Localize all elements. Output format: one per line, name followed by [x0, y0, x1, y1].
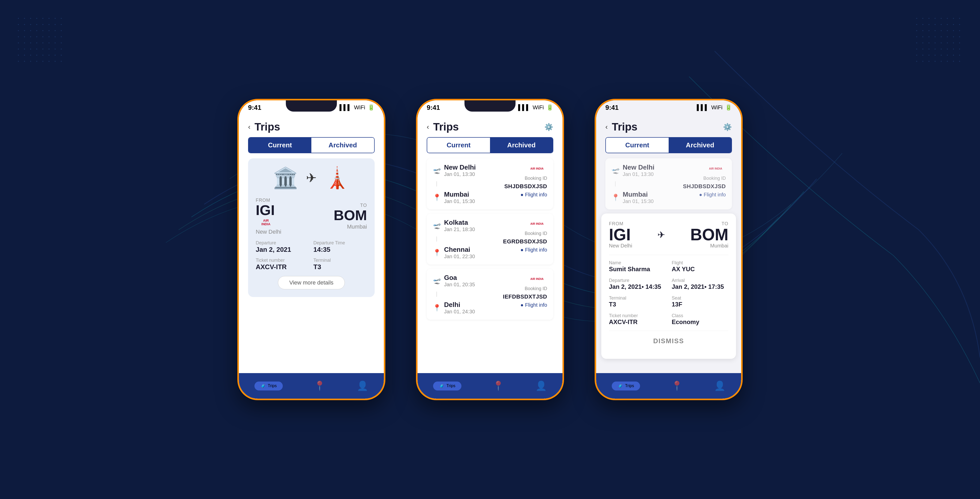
city-new-delhi-1: New Delhi — [444, 163, 476, 171]
phone-2-tabs: Current Archived — [427, 137, 553, 153]
p3-item-1-right: AIR INDIA Booking ID SHJDBSDXJSD ● Fligh… — [675, 163, 726, 204]
phone-3-back[interactable]: ‹ — [605, 123, 608, 131]
trip-list-item-2[interactable]: 🛫 Kolkata Jan 21, 18:30 📍 Chennai Ja — [427, 214, 553, 265]
flight-info-link-1[interactable]: ● Flight info — [520, 192, 547, 198]
p3-city-mumbai: Mumbai — [623, 191, 654, 198]
phone-3-content: ‹ Trips ⚙️ Current Archived 🛫 New — [596, 115, 741, 373]
signal-icon-3: ▌▌▌ — [697, 104, 709, 111]
phone-3-tab-archived[interactable]: Archived — [669, 138, 732, 153]
phone-1-trip-card: 🏛️ ✈ 🗼 FROM IGI AIR INDIA — [248, 158, 375, 297]
ticket-item: Ticket number AXCV-ITR — [256, 258, 309, 271]
phone-1-back-button[interactable]: ‹ — [248, 123, 250, 131]
phone-1-tab-current[interactable]: Current — [248, 138, 311, 153]
phone-1-title: Trips — [255, 121, 375, 133]
battery-icon-3: 🔋 — [725, 104, 732, 111]
class-label: Class — [672, 313, 729, 319]
list-divider-1 — [436, 181, 437, 187]
p3-city-delhi: New Delhi — [623, 163, 654, 171]
ticket-value-exp: AXCV-ITR — [609, 319, 666, 325]
india-gate-icon: 🏛️ — [273, 166, 298, 190]
p3-plane-icon: 🛫 — [611, 166, 620, 174]
phone-3-trip-item-1[interactable]: 🛫 New Delhi Jan 01, 13:30 📍 Mumbai J — [605, 158, 732, 209]
booking-label-1: Booking ID — [525, 176, 547, 181]
trip-from: FROM IGI AIR INDIA New Delhi — [256, 198, 281, 235]
terminal-item: Terminal T3 — [313, 258, 367, 271]
phone-3-screen: 9:41 ▌▌▌ WiFi 🔋 ‹ Trips ⚙️ Current Archi… — [596, 100, 741, 399]
p3-from: New Delhi Jan 01, 13:30 — [623, 163, 654, 177]
phone-2-status-icons: ▌▌▌ WiFi 🔋 — [518, 104, 553, 111]
phone-3-filter-icon[interactable]: ⚙️ — [723, 123, 732, 131]
flight-info-link-2[interactable]: ● Flight info — [520, 247, 547, 253]
nav-trips-active-3[interactable]: 🧳 Trips — [612, 381, 640, 391]
expanded-to-city: Mumbai — [690, 243, 729, 249]
nav-profile-2[interactable]: 👤 — [535, 381, 547, 391]
phone-2-back[interactable]: ‹ — [427, 123, 429, 131]
departure-time-label: Departure Time — [313, 240, 367, 246]
trip-item-1-from: New Delhi Jan 01, 13:30 — [444, 163, 476, 177]
phone-1-header: ‹ Trips — [239, 115, 384, 137]
phone-3-tab-current[interactable]: Current — [606, 138, 669, 153]
view-more-button[interactable]: View more details — [278, 276, 345, 289]
nav-trips-active-2[interactable]: 🧳 Trips — [433, 381, 461, 391]
location-icon-3: 📍 — [671, 381, 682, 391]
terminal-label: Terminal — [313, 258, 367, 263]
flight-info-link-3[interactable]: ● Flight info — [520, 302, 547, 308]
list-divider-2 — [436, 236, 437, 242]
nav-location-3[interactable]: 📍 — [671, 381, 682, 391]
nav-profile-3[interactable]: 👤 — [714, 381, 725, 391]
flight-value: AX YUC — [672, 266, 729, 273]
expanded-from-code: IGI — [609, 226, 632, 243]
nav-location-2[interactable]: 📍 — [493, 381, 504, 391]
phone-1-screen: 9:41 ▌▌▌ WiFi 🔋 ‹ Trips Current — [239, 100, 384, 399]
trips-icon-3: 🧳 — [618, 384, 623, 388]
expanded-to-code: BOM — [690, 226, 729, 243]
phone-2-tab-archived[interactable]: Archived — [490, 138, 553, 153]
departure-cell: Departure Jan 2, 2021• 14:35 — [609, 278, 666, 290]
phone-2-filter-icon[interactable]: ⚙️ — [544, 123, 553, 131]
dismiss-button[interactable]: DISMISS — [609, 331, 729, 351]
expanded-from: FROM IGI New Delhi — [609, 221, 632, 249]
phone-1-tab-archived[interactable]: Archived — [311, 138, 374, 153]
phone-3-header: ‹ Trips ⚙️ — [596, 115, 741, 137]
p3-flight-info[interactable]: ● Flight info — [699, 192, 726, 198]
battery-icon: 🔋 — [546, 104, 553, 111]
p3-info-dot: ● — [699, 192, 702, 198]
p3-booking-label: Booking ID — [703, 176, 726, 181]
arrival-cell: Arrival Jan 2, 2021• 17:35 — [672, 278, 729, 290]
nav-location[interactable]: 📍 — [314, 381, 325, 391]
ticket-label: Ticket number — [256, 258, 309, 263]
name-value: Sumit Sharma — [609, 266, 666, 273]
bg-dots-topleft — [15, 15, 66, 66]
pin-to-icon-1: 📍 — [433, 194, 441, 201]
city-chennai: Chennai — [444, 246, 475, 253]
location-icon: 📍 — [314, 381, 325, 391]
phone-2-screen: 9:41 ▌▌▌ WiFi 🔋 ‹ Trips ⚙️ Current Archi… — [417, 100, 563, 399]
phone-2-tab-current[interactable]: Current — [427, 138, 490, 153]
p3-pin-icon: 📍 — [611, 194, 620, 201]
p3-date-delhi: Jan 01, 13:30 — [623, 171, 654, 177]
trip-list-item-3[interactable]: 🛫 Goa Jan 01, 20:35 📍 Delhi Jan 01, — [427, 269, 553, 320]
airline-logo-from: AIR INDIA — [256, 217, 276, 228]
departure-label: Departure — [256, 240, 309, 246]
booking-label-2: Booking ID — [525, 231, 547, 236]
trip-item-2-from: Kolkata Jan 21, 18:30 — [444, 218, 475, 233]
phone-1-status-icons: ▌▌▌ WiFi 🔋 — [339, 104, 375, 111]
nav-trips-active[interactable]: 🧳 Trips — [255, 381, 283, 391]
trip-list-item-1[interactable]: 🛫 New Delhi Jan 01, 13:30 📍 Mumbai J — [427, 158, 553, 209]
airline-logo-1: AIR INDIA — [527, 163, 547, 174]
class-value: Economy — [672, 319, 729, 325]
seat-cell: Seat 13F — [672, 295, 729, 308]
nav-profile[interactable]: 👤 — [357, 381, 368, 391]
p3-date-mumbai: Jan 01, 15:30 — [623, 198, 654, 204]
profile-icon: 👤 — [357, 381, 368, 391]
expanded-route-header: FROM IGI New Delhi ✈ TO BOM Mumbai — [609, 221, 729, 249]
departure-value: Jan 2, 2021 — [256, 246, 309, 253]
flight-cell: Flight AX YUC — [672, 260, 729, 273]
from-code: IGI — [256, 203, 281, 217]
p3-flight-info-text: Flight info — [703, 192, 726, 198]
terminal-label-exp: Terminal — [609, 295, 666, 301]
expanded-info-grid: Name Sumit Sharma Flight AX YUC Departur… — [609, 255, 729, 325]
booking-id-3: IEFDBSDXTJSD — [503, 293, 547, 300]
phone-1-notch — [286, 100, 337, 112]
flight-icon: ✈ — [306, 171, 317, 185]
